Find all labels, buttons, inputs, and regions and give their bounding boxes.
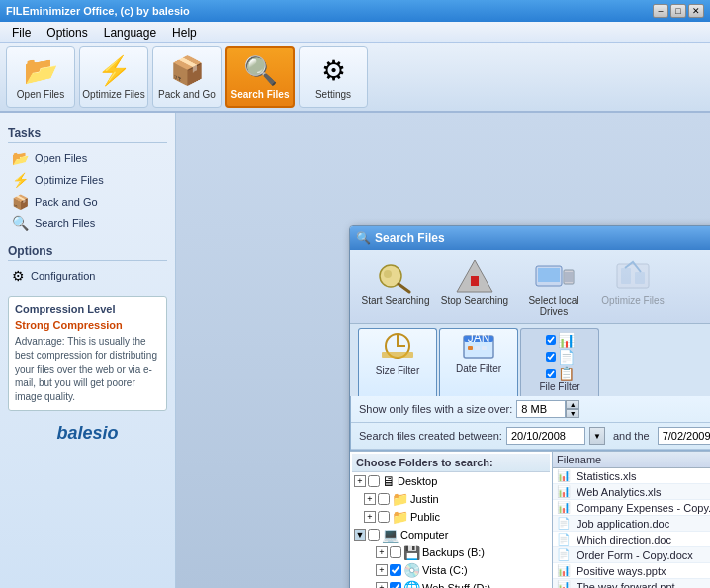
search-files-sidebar-label: Search Files [35, 217, 95, 229]
file-filter-label: File Filter [539, 381, 579, 392]
file-row-5[interactable]: 📄 Order Form - Copy.docx C:\Users\Ju [553, 547, 710, 563]
svg-rect-13 [382, 352, 413, 358]
tree-scroll-area[interactable]: + 🖥 Desktop + 📁 Justin + [352, 472, 550, 588]
optimize-files-icon: ⚡ [97, 54, 132, 87]
size-spin-box[interactable]: ▲ ▼ [516, 400, 579, 418]
file-row-2[interactable]: 📊 Company Expenses - Copy.xlsx C:\Users\… [553, 500, 710, 516]
minimize-button[interactable]: – [653, 4, 668, 18]
tree-toggle-justin[interactable]: + [364, 493, 376, 505]
date-filter-tab[interactable]: JAN Date Filter [439, 328, 518, 396]
tree-label-webstuff: Web Stuff (D:) [422, 582, 490, 588]
sidebar-item-configuration[interactable]: ⚙ Configuration [8, 265, 167, 287]
right-area: 🔍 Search Files – □ ✕ [176, 113, 710, 588]
config-icon: ⚙ [12, 268, 25, 284]
optimize-files-sidebar-label: Optimize Files [35, 174, 104, 186]
search-files-button[interactable]: 🔍 Search Files [225, 46, 295, 108]
file-icon-3: 📄 [553, 516, 573, 531]
settings-button[interactable]: ⚙ Settings [299, 46, 368, 108]
date-from-dropdown[interactable]: ▼ [589, 427, 605, 445]
tree-item-webstuff[interactable]: + 🌐 Web Stuff (D:) [352, 579, 550, 588]
size-input[interactable] [516, 400, 566, 418]
svg-rect-4 [471, 276, 479, 286]
tree-item-desktop[interactable]: + 🖥 Desktop [352, 472, 550, 490]
dialog-title-bar: 🔍 Search Files – □ ✕ [350, 226, 710, 250]
menu-file[interactable]: File [4, 24, 39, 42]
options-section-title: Options [8, 244, 167, 261]
dialog-title-icon: 🔍 [356, 231, 371, 245]
sidebar-item-search-files[interactable]: 🔍 Search Files [8, 212, 167, 234]
file-list: Filename In Fol 📊 Statistics.xls C:\Docu… [553, 452, 710, 588]
file-list-header: Filename In Fol [553, 452, 710, 468]
file-filter-tab[interactable]: 📊 📄 📋 File Filter [520, 328, 599, 396]
date-to-input[interactable] [658, 427, 710, 445]
filter-cb-3: 📋 [546, 366, 575, 381]
tree-label-vista: Vista (C:) [422, 564, 468, 576]
tree-item-justin[interactable]: + 📁 Justin [352, 490, 550, 508]
file-row-0[interactable]: 📊 Statistics.xls C:\Docume [553, 468, 710, 484]
file-row-1[interactable]: 📊 Web Analytics.xls C:\Docume [553, 484, 710, 500]
tree-cb-desktop[interactable] [368, 475, 380, 487]
size-spin-down[interactable]: ▼ [566, 409, 579, 418]
tree-item-vista[interactable]: + 💿 Vista (C:) [352, 561, 550, 579]
sidebar-item-pack-and-go[interactable]: 📦 Pack and Go [8, 191, 167, 212]
stop-searching-button[interactable]: Stop Searching [439, 256, 510, 317]
sidebar: Tasks 📂 Open Files ⚡ Optimize Files 📦 Pa… [0, 113, 176, 588]
open-files-icon: 📂 [24, 54, 58, 87]
tree-cb-vista[interactable] [390, 564, 401, 576]
tree-cb-backups[interactable] [390, 546, 401, 558]
filter-cb-2-input[interactable] [546, 352, 556, 362]
filename-6: Positive ways.pptx [573, 564, 710, 578]
file-row-7[interactable]: 📊 The way forward.ppt C:\Docume [553, 579, 710, 588]
optimize-files-button[interactable]: ⚡ Optimize Files [79, 46, 148, 108]
date-from-input[interactable] [506, 427, 585, 445]
date-filter-icon: JAN [461, 332, 496, 363]
maximize-button[interactable]: □ [670, 4, 686, 18]
pack-and-go-sidebar-icon: 📦 [12, 194, 29, 210]
sidebar-item-optimize-files[interactable]: ⚡ Optimize Files [8, 169, 167, 191]
open-files-sidebar-label: Open Files [35, 152, 87, 164]
menu-options[interactable]: Options [39, 24, 95, 42]
tree-cb-justin[interactable] [378, 493, 390, 505]
tree-cb-webstuff[interactable] [390, 582, 401, 588]
svg-text:JAN: JAN [468, 332, 490, 345]
menu-language[interactable]: Language [96, 24, 164, 42]
optimize-files-dialog-icon [611, 256, 655, 295]
tree-toggle-backups[interactable]: + [376, 546, 388, 558]
tree-item-backups[interactable]: + 💾 Backups (B:) [352, 544, 550, 561]
svg-rect-6 [538, 268, 560, 282]
tree-item-computer[interactable]: ▼ 💻 Computer [352, 526, 550, 544]
filename-column-header[interactable]: Filename [553, 452, 710, 467]
tree-toggle-vista[interactable]: + [376, 564, 388, 576]
dialog-toolbar: Start Searching Stop Searching [350, 250, 710, 324]
filename-4: Which direction.doc [573, 533, 710, 546]
tree-toggle-computer[interactable]: ▼ [354, 529, 366, 541]
tree-toggle-desktop[interactable]: + [354, 475, 366, 487]
tree-cb-computer[interactable] [368, 529, 380, 541]
balesio-logo-area: balesio [8, 423, 167, 444]
tree-toggle-webstuff[interactable]: + [376, 582, 388, 588]
file-row-4[interactable]: 📄 Which direction.doc C:\Which [553, 532, 710, 547]
filter-cb-1-input[interactable] [546, 335, 556, 345]
balesio-logo: balesio [56, 423, 118, 443]
pack-and-go-button[interactable]: 📦 Pack and Go [152, 46, 222, 108]
optimize-files-sidebar-icon: ⚡ [12, 172, 29, 188]
size-option-row: Show only files with a size over: ▲ ▼ [351, 396, 710, 423]
optimize-files-dialog-button: Optimize Files [597, 256, 668, 317]
start-searching-button[interactable]: Start Searching [360, 256, 431, 317]
open-files-button[interactable]: 📂 Open Files [6, 46, 75, 108]
size-filter-tab[interactable]: Size Filter [358, 328, 437, 396]
file-row-3[interactable]: 📄 Job application.doc C:\Docume [553, 516, 710, 532]
file-icon-4: 📄 [553, 532, 573, 546]
select-local-drives-button[interactable]: Select local Drives [518, 256, 589, 317]
tree-toggle-public[interactable]: + [364, 511, 376, 523]
size-spin-up[interactable]: ▲ [566, 400, 579, 409]
tree-cb-public[interactable] [378, 511, 390, 523]
file-row-6[interactable]: 📊 Positive ways.pptx C:\Docume [553, 563, 710, 579]
menu-help[interactable]: Help [164, 24, 205, 42]
close-button[interactable]: ✕ [688, 4, 704, 18]
tree-folder-icon-computer: 💻 [382, 527, 399, 543]
sidebar-item-open-files[interactable]: 📂 Open Files [8, 147, 167, 169]
filter-cb-3-input[interactable] [546, 369, 556, 378]
tree-item-public[interactable]: + 📁 Public [352, 508, 550, 526]
file-icon-6: 📊 [553, 563, 573, 578]
